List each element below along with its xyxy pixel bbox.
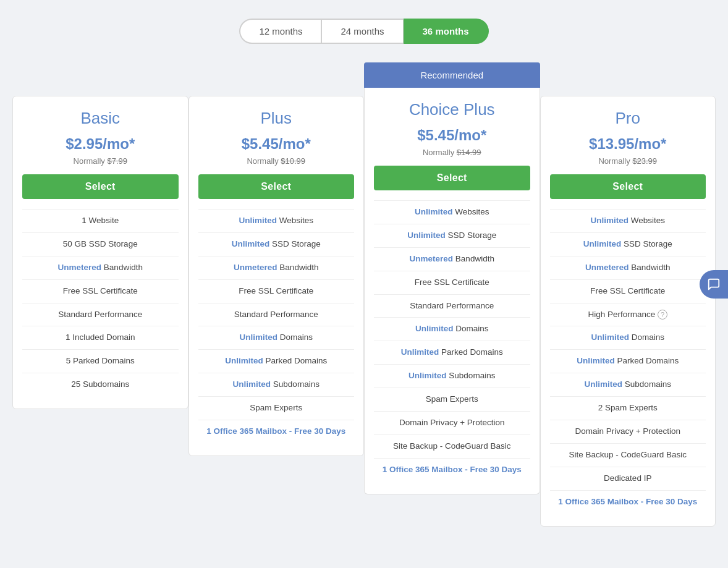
feature-item: Unlimited Parked Domains bbox=[374, 341, 530, 364]
feature-item: Unmetered Bandwidth bbox=[198, 256, 355, 279]
feature-item: Unlimited SSD Storage bbox=[550, 232, 706, 256]
plan-name-basic: Basic bbox=[80, 109, 120, 128]
period-selector: 12 months24 months36 months bbox=[12, 19, 716, 44]
plan-price-pro: $13.95/mo* bbox=[589, 135, 666, 153]
plan-card-choice-plus: Choice Plus$5.45/mo*Normally $14.99Selec… bbox=[364, 88, 540, 494]
feature-item: Free SSL Certificate bbox=[374, 271, 530, 294]
feature-item: High Performance ? bbox=[550, 303, 706, 326]
plan-plus: Plus$5.45/mo*Normally $10.99SelectUnlimi… bbox=[188, 62, 365, 456]
features-list-pro: Unlimited WebsitesUnlimited SSD StorageU… bbox=[550, 209, 706, 514]
feature-item: Unlimited Parked Domains bbox=[550, 349, 706, 373]
plan-name-choice-plus: Choice Plus bbox=[409, 100, 495, 119]
feature-item: 1 Website bbox=[22, 209, 179, 232]
feature-item: Spam Experts bbox=[374, 388, 530, 411]
feature-item: Free SSL Certificate bbox=[22, 279, 179, 303]
plan-pro: Pro$13.95/mo*Normally $23.99SelectUnlimi… bbox=[540, 62, 716, 527]
plan-normal-price-choice-plus: Normally $14.99 bbox=[423, 148, 481, 157]
info-icon[interactable]: ? bbox=[658, 310, 667, 320]
select-btn-pro[interactable]: Select bbox=[550, 174, 706, 199]
plan-card-plus: Plus$5.45/mo*Normally $10.99SelectUnlimi… bbox=[188, 96, 365, 456]
feature-item: Site Backup - CodeGuard Basic bbox=[550, 443, 706, 467]
feature-item: Site Backup - CodeGuard Basic bbox=[374, 434, 530, 458]
feature-item: 1 Office 365 Mailbox - Free 30 Days bbox=[550, 490, 706, 514]
plan-normal-price-basic: Normally $7.99 bbox=[74, 156, 127, 166]
feature-item: Spam Experts bbox=[198, 396, 355, 420]
feature-item: Unlimited Subdomains bbox=[198, 373, 355, 396]
chat-button[interactable] bbox=[700, 270, 728, 299]
feature-item: Unmetered Bandwidth bbox=[374, 247, 530, 271]
feature-item: Free SSL Certificate bbox=[550, 279, 706, 303]
feature-item: Unlimited Parked Domains bbox=[198, 349, 355, 373]
feature-item: 2 Spam Experts bbox=[550, 396, 706, 420]
feature-item: 5 Parked Domains bbox=[22, 349, 179, 373]
plan-basic: Basic$2.95/mo*Normally $7.99Select1 Webs… bbox=[12, 62, 188, 409]
feature-item: 1 Office 365 Mailbox - Free 30 Days bbox=[198, 420, 355, 443]
feature-item: Domain Privacy + Protection bbox=[550, 420, 706, 443]
plan-normal-price-pro: Normally $23.99 bbox=[598, 156, 657, 166]
feature-item: 1 Included Domain bbox=[22, 326, 179, 349]
feature-item: Unlimited Websites bbox=[198, 209, 355, 232]
feature-item: Unlimited Websites bbox=[550, 209, 706, 232]
plan-card-pro: Pro$13.95/mo*Normally $23.99SelectUnlimi… bbox=[540, 96, 716, 527]
feature-item: Unlimited Domains bbox=[198, 326, 355, 349]
period-btn-36-months[interactable]: 36 months bbox=[404, 19, 489, 44]
feature-item: Standard Performance bbox=[22, 303, 179, 326]
select-btn-plus[interactable]: Select bbox=[198, 174, 355, 199]
feature-item: Standard Performance bbox=[198, 303, 355, 326]
plans-container: Basic$2.95/mo*Normally $7.99Select1 Webs… bbox=[12, 62, 716, 527]
feature-item: Unlimited SSD Storage bbox=[374, 224, 530, 247]
feature-item: 25 Subdomains bbox=[22, 373, 179, 396]
feature-item: Free SSL Certificate bbox=[198, 279, 355, 303]
period-btn-12-months[interactable]: 12 months bbox=[239, 19, 321, 44]
features-list-plus: Unlimited WebsitesUnlimited SSD StorageU… bbox=[198, 209, 355, 443]
feature-item: Domain Privacy + Protection bbox=[374, 411, 530, 434]
plan-price-plus: $5.45/mo* bbox=[242, 135, 311, 153]
feature-item: Unlimited Domains bbox=[550, 326, 706, 349]
features-list-basic: 1 Website50 GB SSD StorageUnmetered Band… bbox=[22, 209, 179, 396]
feature-item: 50 GB SSD Storage bbox=[22, 232, 179, 256]
feature-item: 1 Office 365 Mailbox - Free 30 Days bbox=[374, 458, 530, 481]
feature-item: Standard Performance bbox=[374, 294, 530, 318]
plan-choice-plus: RecommendedChoice Plus$5.45/mo*Normally … bbox=[364, 62, 540, 494]
plan-card-basic: Basic$2.95/mo*Normally $7.99Select1 Webs… bbox=[12, 96, 188, 409]
period-btn-24-months[interactable]: 24 months bbox=[321, 19, 403, 44]
recommended-badge: Recommended bbox=[364, 62, 540, 88]
feature-item: Unlimited Domains bbox=[374, 317, 530, 341]
feature-item: Unmetered Bandwidth bbox=[550, 256, 706, 279]
select-btn-basic[interactable]: Select bbox=[22, 174, 179, 199]
feature-item: Dedicated IP bbox=[550, 467, 706, 490]
feature-item: Unmetered Bandwidth bbox=[22, 256, 179, 279]
feature-item: Unlimited Websites bbox=[374, 200, 530, 224]
feature-item: Unlimited Subdomains bbox=[374, 364, 530, 388]
select-btn-choice-plus[interactable]: Select bbox=[374, 166, 530, 190]
plan-price-choice-plus: $5.45/mo* bbox=[417, 127, 486, 144]
plan-name-pro: Pro bbox=[616, 109, 640, 128]
feature-item: Unlimited SSD Storage bbox=[198, 232, 355, 256]
plan-normal-price-plus: Normally $10.99 bbox=[247, 156, 305, 166]
plan-price-basic: $2.95/mo* bbox=[66, 135, 135, 153]
features-list-choice-plus: Unlimited WebsitesUnlimited SSD StorageU… bbox=[374, 200, 530, 481]
feature-item: Unlimited Subdomains bbox=[550, 373, 706, 396]
plan-name-plus: Plus bbox=[260, 109, 292, 128]
